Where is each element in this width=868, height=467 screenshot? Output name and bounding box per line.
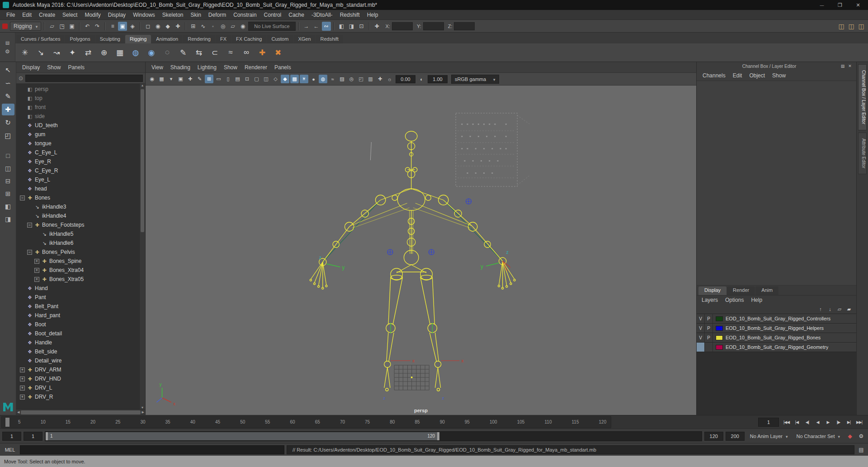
outliner-item[interactable]: front [16, 103, 139, 112]
outliner-item[interactable]: C_Eye_R [16, 166, 139, 175]
panel-menu-item[interactable]: Panels [271, 64, 294, 71]
shelf-tab-switcher-icon[interactable] [4, 40, 11, 46]
shelf-tab[interactable]: Polygons [65, 35, 94, 43]
mel-toggle-button[interactable]: MEL [2, 447, 18, 453]
outliner-item[interactable]: DRV_R [16, 392, 139, 401]
layer-visibility-toggle[interactable] [697, 343, 705, 352]
panel-menu-item[interactable]: Help [748, 297, 765, 303]
expander-icon[interactable] [20, 150, 25, 155]
expander-icon[interactable] [20, 322, 25, 327]
x-input[interactable] [392, 22, 413, 30]
play-backwards-button[interactable]: ◀ [813, 418, 822, 427]
auto-keyframe-icon[interactable]: ◆ [845, 433, 854, 439]
ik-handle-tool-icon[interactable]: ↘ [33, 45, 48, 60]
character-set-select[interactable]: No Character Set [793, 434, 843, 439]
outliner-item[interactable]: ikHandle6 [16, 238, 139, 248]
expander-icon[interactable] [20, 168, 25, 173]
shelf-tab[interactable]: FX [216, 35, 231, 43]
y-input[interactable] [423, 22, 444, 30]
bookmark-icon[interactable]: ▾ [167, 75, 175, 83]
paint-select-tool[interactable]: ✎ [2, 91, 14, 102]
outliner-item[interactable]: UD_teeth [16, 121, 139, 130]
gamma-input[interactable] [428, 75, 448, 83]
shelf-tab[interactable]: Custom [267, 35, 293, 43]
minimize-button[interactable] [815, 2, 829, 8]
outliner-item[interactable]: ikHandle4 [16, 211, 139, 220]
shelf-tab[interactable]: Sculpting [95, 35, 125, 43]
new-scene-icon[interactable]: ▱ [47, 22, 57, 31]
expander-icon[interactable] [20, 386, 25, 391]
attribute-editor-toggle-icon[interactable]: ◫ [847, 22, 856, 31]
menu-item[interactable]: Edit [19, 12, 35, 18]
outliner-item[interactable]: side [16, 112, 139, 121]
expander-icon[interactable] [20, 123, 25, 128]
menu-item[interactable]: Help [363, 12, 382, 18]
open-scene-icon[interactable]: ◳ [57, 22, 66, 31]
save-scene-icon[interactable]: ▣ [67, 22, 76, 31]
panel-menu-item[interactable]: Renderer [241, 64, 270, 71]
layer-playback-toggle[interactable]: P [705, 324, 713, 333]
viewport-canvas[interactable]: x x y y z z z z [146, 86, 696, 415]
panel-menu-item[interactable]: Channels [699, 72, 729, 79]
step-forward-frame-button[interactable]: |▶ [834, 418, 843, 427]
layer-editor-tab[interactable]: Anim [755, 286, 778, 295]
snap-to-grid-icon[interactable]: ⊞ [189, 22, 198, 31]
outliner-item[interactable]: Bones_Xtra05 [16, 275, 139, 284]
render-settings-icon[interactable]: ⊡ [357, 22, 366, 31]
shadows-icon[interactable]: ● [309, 75, 318, 83]
playback-start-input[interactable] [24, 432, 42, 441]
range-slider-bar[interactable]: 1 120 [46, 432, 439, 440]
pose-glasses-icon[interactable]: ∞ [239, 45, 254, 60]
shelf-tab[interactable]: FX Caching [231, 35, 266, 43]
mirror-skin-weights-icon[interactable]: ⇆ [192, 45, 206, 60]
expander-icon[interactable] [27, 223, 32, 228]
expander-icon[interactable] [20, 331, 25, 336]
layer-color-swatch[interactable] [716, 316, 723, 321]
expander-icon[interactable] [20, 395, 25, 400]
outliner-item[interactable]: Eye_R [16, 157, 139, 166]
outliner-item[interactable]: ikHandle3 [16, 202, 139, 211]
rotate-tool[interactable]: ↻ [2, 117, 14, 129]
resolution-gate-icon[interactable]: ▯ [224, 75, 232, 83]
expander-icon[interactable] [34, 277, 39, 282]
layer-visibility-toggle[interactable]: V [697, 333, 705, 342]
scroll-right-icon[interactable]: ▶ [142, 410, 144, 414]
film-gate-icon[interactable]: ▭ [214, 75, 223, 83]
time-slider[interactable]: 5101520253035404550556065707580859095100… [1, 416, 611, 428]
undo-icon[interactable]: ↶ [83, 22, 92, 31]
outliner-item[interactable]: Bones_Spine [16, 257, 139, 266]
select-object-mode-icon[interactable]: ▣ [118, 22, 127, 31]
snap-to-projected-center-icon[interactable]: ◎ [218, 22, 227, 31]
expander-icon[interactable] [20, 313, 25, 318]
panel-menu-item[interactable]: Layers [698, 297, 721, 303]
xray-icon[interactable]: ▥ [366, 75, 375, 83]
menu-item[interactable]: Skeleton [159, 12, 187, 18]
expander-icon[interactable] [20, 105, 25, 110]
ik-spline-handle-tool-icon[interactable]: ↝ [49, 45, 64, 60]
panel-menu-item[interactable]: Display [19, 64, 43, 71]
image-plane-icon[interactable]: ▣ [176, 75, 185, 83]
menu-item[interactable]: Modify [81, 12, 104, 18]
expander-icon[interactable] [20, 376, 25, 381]
isolate-select-icon[interactable]: ◰ [357, 75, 365, 83]
outliner-item[interactable]: Bones_Footsteps [16, 220, 139, 229]
grid-toggle-icon[interactable]: ⊞ [205, 75, 213, 83]
step-back-key-button[interactable]: |◀ [792, 418, 802, 427]
outliner-item[interactable]: Hard_pant [16, 311, 139, 320]
exposure-icon[interactable]: ☼ [385, 75, 394, 83]
animation-preferences-icon[interactable]: ⚙ [857, 433, 866, 439]
select-hierarchy-mode-icon[interactable]: ≡ [108, 22, 117, 31]
expander-icon[interactable] [20, 96, 25, 101]
copy-skin-weights-icon[interactable]: ⊂ [208, 45, 222, 60]
expander-icon[interactable] [20, 367, 25, 372]
pane-close-icon[interactable]: ✕ [846, 64, 854, 68]
field-chart-icon[interactable]: ⊡ [243, 75, 251, 83]
shelf-tab[interactable]: Redshift [316, 35, 343, 43]
depth-of-field-icon[interactable]: ◎ [347, 75, 356, 83]
outliner-item[interactable]: Handle [16, 338, 139, 347]
menu-item[interactable]: Select [59, 12, 81, 18]
colorspace-select[interactable]: sRGB gamma [451, 75, 499, 84]
ambient-occlusion-icon[interactable]: ◍ [319, 75, 327, 83]
expander-icon[interactable] [20, 141, 25, 146]
layer-move-down-icon[interactable]: ↓ [826, 306, 834, 312]
